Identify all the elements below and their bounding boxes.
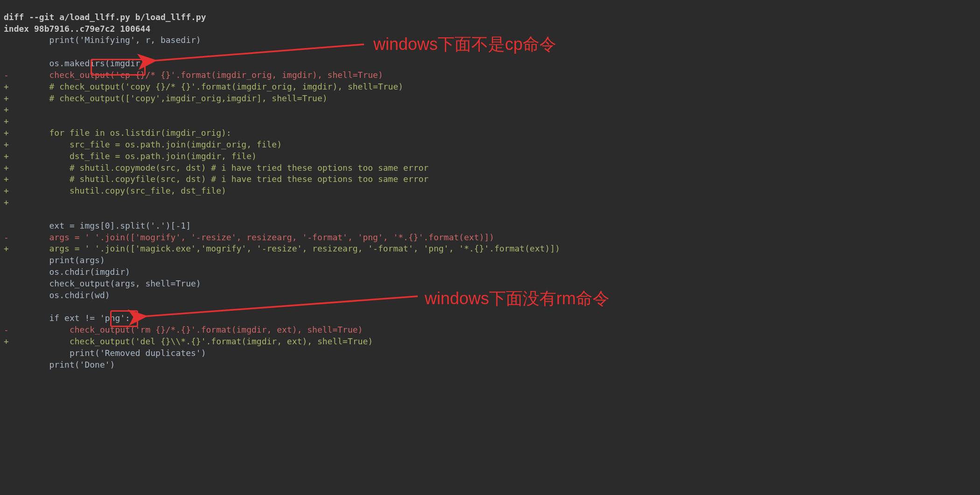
diff-line: if ext != 'png': [4, 313, 130, 323]
diff-line-added: + [4, 197, 9, 207]
diff-line-added: + check_output('del {}\\*.{}'.format(img… [4, 336, 373, 346]
diff-line-added: + [4, 105, 9, 114]
diff-pre: diff --git a/load_llff.py b/load_llff.py… [0, 0, 980, 371]
diff-line-added: + shutil.copy(src_file, dst_file) [4, 186, 226, 195]
diff-header-index: index 98b7916..c79e7c2 100644 [4, 24, 150, 34]
diff-line: print(args) [4, 255, 105, 265]
diff-line: os.chdir(imgdir) [4, 267, 130, 277]
diff-top-cut [4, 0, 171, 10]
diff-line-added: + dst_file = os.path.join(imgdir, file) [4, 151, 257, 161]
diff-line: os.chdir(wd) [4, 290, 110, 300]
diff-line: print('Removed duplicates') [4, 348, 206, 358]
diff-line: print('Done') [4, 360, 115, 370]
diff-line-removed: - args = ' '.join(['mogrify', '-resize',… [4, 232, 494, 242]
diff-line-added: + for file in os.listdir(imgdir_orig): [4, 128, 231, 138]
diff-line-added: + args = ' '.join(['magick.exe','mogrify… [4, 244, 560, 253]
diff-line: print('Minifying', r, basedir) [4, 35, 201, 45]
diff-line [4, 47, 9, 56]
diff-line [4, 302, 9, 312]
diff-line-added: + # shutil.copymode(src, dst) # i have t… [4, 163, 428, 173]
diff-line-removed: - check_output('rm {}/*.{}'.format(imgdi… [4, 325, 363, 335]
diff-line-removed: - check_output('cp {}/* {}'.format(imgdi… [4, 70, 383, 80]
diff-line: os.makedirs(imgdir) [4, 58, 145, 68]
diff-line-added: + # shutil.copyfile(src, dst) # i have t… [4, 174, 428, 184]
diff-line-added: + # check_output('copy {}/* {}'.format(i… [4, 82, 403, 91]
diff-line-added: + # check_output(['copy',imgdir_orig,img… [4, 93, 328, 103]
diff-line-added: + src_file = os.path.join(imgdir_orig, f… [4, 139, 282, 149]
diff-line-added: + [4, 116, 9, 126]
diff-line [4, 209, 9, 219]
diff-header-file: diff --git a/load_llff.py b/load_llff.py [4, 12, 206, 22]
diff-viewer: diff --git a/load_llff.py b/load_llff.py… [0, 0, 980, 495]
diff-line: ext = imgs[0].split('.')[-1] [4, 221, 191, 230]
diff-line: check_output(args, shell=True) [4, 279, 201, 288]
